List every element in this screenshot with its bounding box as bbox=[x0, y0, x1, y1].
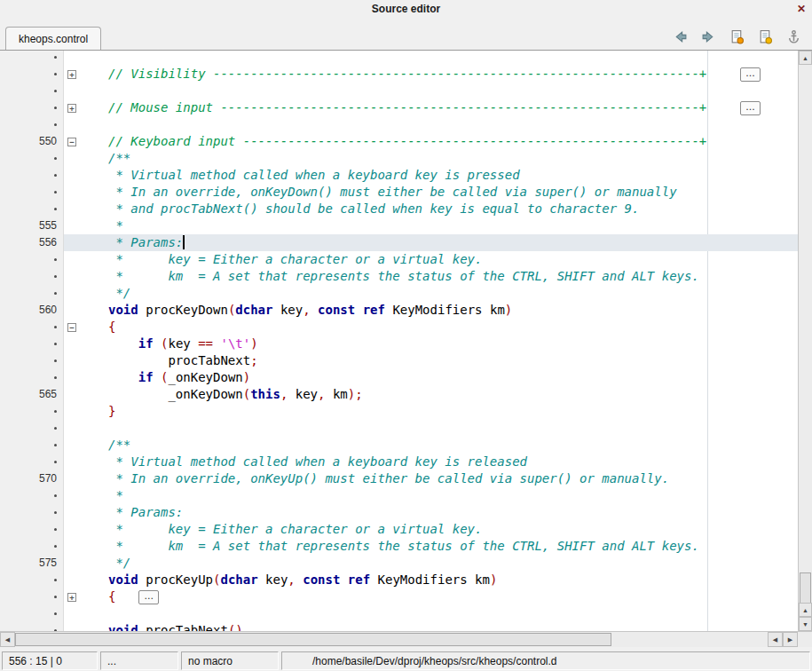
gutter-cell[interactable] bbox=[0, 403, 64, 420]
code-line[interactable]: +// Mouse input ------------------------… bbox=[0, 99, 798, 116]
gutter-cell[interactable] bbox=[0, 588, 64, 605]
gutter-cell[interactable] bbox=[0, 66, 64, 83]
current-code-line[interactable]: 556 * Params: bbox=[0, 234, 798, 251]
gutter-cell[interactable]: 575 bbox=[0, 555, 64, 572]
horizontal-scroll-trough[interactable] bbox=[611, 632, 768, 647]
gutter-cell[interactable] bbox=[0, 369, 64, 386]
code-editor[interactable]: +// Visibility -------------------------… bbox=[0, 51, 812, 631]
scroll-up-button[interactable]: ▲ bbox=[799, 51, 812, 65]
gutter-cell[interactable] bbox=[0, 622, 64, 631]
gutter-cell[interactable] bbox=[0, 184, 64, 201]
code-line[interactable] bbox=[0, 83, 798, 99]
code-text: * key = Either a character or a virtual … bbox=[83, 251, 798, 268]
code-line[interactable]: if (_onKeyDown) bbox=[0, 369, 798, 386]
gutter-cell[interactable] bbox=[0, 167, 64, 184]
folded-code-box[interactable]: ... bbox=[740, 101, 761, 115]
code-line[interactable]: void procKeyUp(dchar key, const ref KeyM… bbox=[0, 572, 798, 588]
code-line[interactable]: */ bbox=[0, 285, 798, 302]
nav-back-icon[interactable] bbox=[673, 29, 688, 44]
gutter-cell[interactable] bbox=[0, 454, 64, 470]
folded-code-box[interactable]: ... bbox=[138, 590, 159, 604]
gutter-cell[interactable] bbox=[0, 99, 64, 116]
code-line[interactable]: * In an override, onKeyDown() must eithe… bbox=[0, 184, 798, 201]
code-line[interactable]: * bbox=[0, 487, 798, 504]
gutter-cell[interactable]: 565 bbox=[0, 386, 64, 403]
code-line[interactable]: * Params: bbox=[0, 504, 798, 521]
code-line[interactable]: * Virtual method called when a keyboard … bbox=[0, 167, 798, 184]
close-icon[interactable]: ✕ bbox=[797, 0, 806, 18]
save-icon[interactable] bbox=[729, 29, 745, 44]
code-line[interactable] bbox=[0, 51, 798, 66]
code-line[interactable]: * and procTabNext() should be called whe… bbox=[0, 201, 798, 217]
code-line[interactable]: void procTabNext() bbox=[0, 622, 798, 631]
gutter-cell[interactable] bbox=[0, 420, 64, 437]
code-line[interactable]: 550−// Keyboard input ------------------… bbox=[0, 133, 798, 150]
code-line[interactable]: +{... bbox=[0, 588, 798, 605]
save-as-icon[interactable] bbox=[758, 29, 773, 44]
gutter-dot bbox=[54, 343, 57, 345]
vertical-scrollbar[interactable]: ▲ ▲ ▼ bbox=[798, 51, 812, 631]
fold-expand-icon[interactable]: + bbox=[67, 593, 76, 602]
code-line[interactable]: −{ bbox=[0, 319, 798, 336]
gutter-cell[interactable]: 570 bbox=[0, 470, 64, 487]
gutter-cell[interactable]: 560 bbox=[0, 302, 64, 319]
scroll-up-button-2[interactable]: ▲ bbox=[799, 603, 812, 617]
detach-icon[interactable] bbox=[786, 29, 801, 44]
code-line[interactable]: 560void procKeyDown(dchar key, const ref… bbox=[0, 302, 798, 319]
scroll-left-button-2[interactable]: ◀ bbox=[768, 632, 783, 647]
code-line[interactable] bbox=[0, 420, 798, 437]
gutter-cell[interactable] bbox=[0, 352, 64, 369]
code-line[interactable]: 555 * bbox=[0, 217, 798, 234]
code-line[interactable]: procTabNext; bbox=[0, 352, 798, 369]
gutter-cell[interactable] bbox=[0, 150, 64, 167]
scroll-right-button[interactable]: ▶ bbox=[783, 632, 798, 647]
gutter-cell[interactable] bbox=[0, 51, 64, 66]
code-line[interactable]: * key = Either a character or a virtual … bbox=[0, 251, 798, 268]
gutter-cell[interactable] bbox=[0, 572, 64, 588]
fold-expand-icon[interactable]: + bbox=[67, 104, 76, 113]
fold-expand-icon[interactable]: + bbox=[67, 70, 76, 79]
fold-collapse-icon[interactable]: − bbox=[67, 138, 76, 146]
folded-code-box[interactable]: ... bbox=[740, 67, 761, 82]
scroll-left-button[interactable]: ◀ bbox=[0, 632, 15, 647]
horizontal-scroll-thumb[interactable] bbox=[15, 633, 611, 646]
code-line[interactable]: /** bbox=[0, 437, 798, 454]
gutter-cell[interactable] bbox=[0, 268, 64, 285]
scroll-down-button[interactable]: ▼ bbox=[799, 617, 812, 631]
gutter-cell[interactable] bbox=[0, 319, 64, 336]
gutter-cell[interactable] bbox=[0, 83, 64, 99]
code-line[interactable]: * km = A set that represents the status … bbox=[0, 268, 798, 285]
gutter-cell[interactable] bbox=[0, 116, 64, 133]
gutter-cell[interactable] bbox=[0, 538, 64, 555]
code-line[interactable]: * Virtual method called when a keyboard … bbox=[0, 454, 798, 470]
code-line[interactable]: * key = Either a character or a virtual … bbox=[0, 521, 798, 538]
horizontal-scrollbar[interactable]: ◀ ◀ ▶ bbox=[0, 631, 812, 647]
code-line[interactable]: +// Visibility -------------------------… bbox=[0, 66, 798, 83]
gutter-cell[interactable] bbox=[0, 285, 64, 302]
gutter-cell[interactable] bbox=[0, 201, 64, 217]
code-line[interactable]: * km = A set that represents the status … bbox=[0, 538, 798, 555]
gutter-cell[interactable]: 556 bbox=[0, 234, 64, 251]
code-line[interactable]: } bbox=[0, 403, 798, 420]
title-bar[interactable]: Source editor ✕ bbox=[0, 0, 812, 18]
gutter-cell[interactable] bbox=[0, 605, 64, 622]
code-line[interactable]: /** bbox=[0, 150, 798, 167]
gutter-cell[interactable] bbox=[0, 251, 64, 268]
fold-collapse-icon[interactable]: − bbox=[67, 323, 76, 332]
gutter-cell[interactable]: 550 bbox=[0, 133, 64, 150]
code-text: * km = A set that represents the status … bbox=[83, 268, 798, 285]
gutter-cell[interactable] bbox=[0, 487, 64, 504]
code-line[interactable]: 570 * In an override, onKeyUp() must eit… bbox=[0, 470, 798, 487]
tab-kheops-control[interactable]: kheops.control bbox=[5, 27, 101, 50]
code-line[interactable] bbox=[0, 116, 798, 133]
nav-forward-icon[interactable] bbox=[701, 29, 716, 44]
code-line[interactable]: 575 */ bbox=[0, 555, 798, 572]
gutter-cell[interactable] bbox=[0, 437, 64, 454]
code-line[interactable] bbox=[0, 605, 798, 622]
gutter-cell[interactable] bbox=[0, 521, 64, 538]
code-line[interactable]: if (key == '\t') bbox=[0, 336, 798, 352]
gutter-cell[interactable] bbox=[0, 336, 64, 352]
gutter-cell[interactable] bbox=[0, 504, 64, 521]
code-line[interactable]: 565 _onKeyDown(this, key, km); bbox=[0, 386, 798, 403]
gutter-cell[interactable]: 555 bbox=[0, 217, 64, 234]
